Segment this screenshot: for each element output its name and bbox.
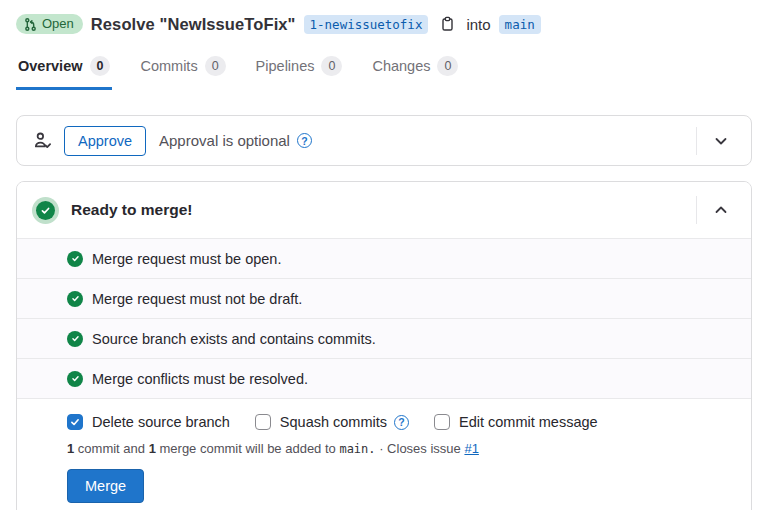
tab-label: Changes	[372, 58, 430, 74]
check-passed-icon	[67, 251, 83, 267]
chevron-down-icon	[713, 133, 729, 149]
tab-label: Commits	[140, 58, 197, 74]
copy-branch-button[interactable]	[436, 13, 458, 35]
summary-text: merge commit will be added to	[156, 441, 340, 456]
summary-text: commit and	[74, 441, 148, 456]
approval-icon	[33, 131, 52, 150]
option-label: Delete source branch	[92, 414, 230, 430]
checkbox-unchecked-icon[interactable]	[255, 414, 271, 430]
tab-count: 0	[205, 56, 226, 76]
target-branch-badge[interactable]: main	[499, 15, 541, 34]
merge-widget-collapse-button[interactable]	[697, 191, 745, 229]
approval-controls	[696, 122, 745, 160]
checkbox-unchecked-icon[interactable]	[434, 414, 450, 430]
option-label: Squash commits	[280, 414, 387, 430]
checkbox-checked-icon[interactable]	[67, 414, 83, 430]
ready-to-merge-title: Ready to merge!	[71, 201, 192, 219]
merge-widget-controls	[696, 191, 745, 229]
tab-label: Pipelines	[256, 58, 315, 74]
tab-label: Overview	[18, 58, 83, 74]
option-squash-commits[interactable]: Squash commits ?	[255, 414, 409, 430]
closes-issue-link[interactable]: #1	[464, 441, 478, 456]
merge-footer: Delete source branch Squash commits ? Ed…	[17, 398, 751, 510]
tab-count: 0	[321, 56, 342, 76]
approve-button[interactable]: Approve	[64, 126, 146, 156]
merge-button[interactable]: Merge	[67, 469, 144, 503]
mr-tabs: Overview 0 Commits 0 Pipelines 0 Changes…	[16, 50, 752, 90]
squash-help-icon[interactable]: ?	[394, 415, 409, 430]
merge-check-row: Source branch exists and contains commit…	[17, 318, 751, 358]
merge-check-label: Merge request must not be draft.	[92, 291, 302, 307]
merge-ready-widget: Ready to merge! Merge request must be op…	[16, 181, 752, 510]
approval-help-icon[interactable]: ?	[297, 133, 312, 148]
into-label: into	[466, 16, 490, 33]
merge-check-row: Merge request must be open.	[17, 238, 751, 278]
check-passed-icon	[67, 371, 83, 387]
check-passed-icon	[67, 291, 83, 307]
merge-check-row: Merge request must not be draft.	[17, 278, 751, 318]
status-badge-label: Open	[42, 16, 74, 32]
merge-ready-header: Ready to merge!	[17, 182, 751, 238]
chevron-up-icon	[713, 202, 729, 218]
mr-title: Resolve "NewIssueToFix"	[91, 15, 296, 34]
check-passed-icon	[67, 331, 83, 347]
merge-check-label: Merge conflicts must be resolved.	[92, 371, 308, 387]
merge-commit-count: 1	[149, 441, 156, 456]
source-branch-badge[interactable]: 1-newissuetofix	[304, 15, 429, 34]
summary-target-branch: main.	[339, 442, 375, 456]
merge-check-label: Merge request must be open.	[92, 251, 281, 267]
option-label: Edit commit message	[459, 414, 598, 430]
success-check-icon	[36, 201, 55, 220]
tab-count: 0	[90, 56, 111, 76]
merge-options-row: Delete source branch Squash commits ? Ed…	[67, 414, 735, 430]
merge-check-label: Source branch exists and contains commit…	[92, 331, 376, 347]
mr-header: Open Resolve "NewIssueToFix" 1-newissuet…	[0, 10, 768, 38]
option-delete-source-branch[interactable]: Delete source branch	[67, 414, 230, 430]
option-edit-commit-message[interactable]: Edit commit message	[434, 414, 598, 430]
status-badge: Open	[16, 14, 83, 34]
tab-changes[interactable]: Changes 0	[370, 50, 460, 90]
tab-pipelines[interactable]: Pipelines 0	[254, 50, 345, 90]
merge-request-icon	[23, 17, 38, 32]
approval-note: Approval is optional	[159, 132, 290, 149]
merge-request-page: Open Resolve "NewIssueToFix" 1-newissuet…	[0, 0, 768, 510]
copy-icon	[439, 16, 455, 32]
merge-summary: 1 commit and 1 merge commit will be adde…	[67, 441, 735, 456]
tab-commits[interactable]: Commits 0	[138, 50, 227, 90]
approval-expand-button[interactable]	[697, 122, 745, 160]
success-halo	[32, 197, 59, 224]
summary-text: · Closes issue	[376, 441, 465, 456]
tab-count: 0	[437, 56, 458, 76]
tab-overview[interactable]: Overview 0	[16, 50, 112, 90]
merge-check-row: Merge conflicts must be resolved.	[17, 358, 751, 398]
approval-widget: Approve Approval is optional ?	[16, 115, 752, 166]
